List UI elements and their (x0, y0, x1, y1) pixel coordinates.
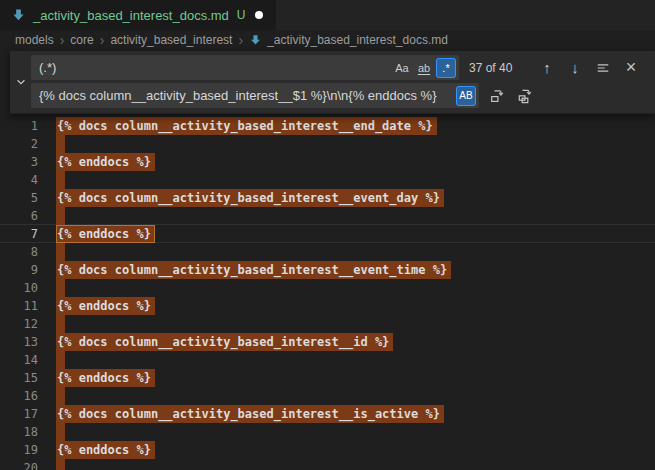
find-match: {% docs column__activity_based_interest_… (56, 189, 444, 207)
line-content[interactable]: {% enddocs %} (56, 369, 155, 387)
empty-match-highlight (56, 387, 65, 405)
editor-line[interactable]: 10 (0, 279, 655, 297)
empty-match-highlight (56, 459, 65, 470)
editor-line[interactable]: 16 (0, 387, 655, 405)
line-content[interactable] (56, 387, 65, 405)
editor-line[interactable]: 8 (0, 243, 655, 261)
breadcrumb-item-file[interactable]: _activity_based_interest_docs.md (249, 33, 448, 47)
line-content[interactable]: {% enddocs %} (56, 153, 155, 171)
line-content[interactable]: {% docs column__activity_based_interest_… (56, 333, 393, 351)
find-match: {% docs column__activity_based_interest_… (56, 261, 451, 279)
empty-match-highlight (56, 351, 65, 369)
replace-button[interactable] (487, 86, 507, 106)
line-content[interactable]: {% docs column__activity_based_interest_… (56, 117, 437, 135)
find-match: {% enddocs %} (56, 441, 155, 459)
breadcrumb-item-activity-based-interest[interactable]: activity_based_interest (110, 33, 232, 47)
editor-line[interactable]: 20 (0, 459, 655, 470)
editor-line[interactable]: 3{% enddocs %} (0, 153, 655, 171)
editor-line[interactable]: 19{% enddocs %} (0, 441, 655, 459)
find-match: {% enddocs %} (56, 297, 155, 315)
empty-match-highlight (56, 243, 65, 261)
empty-match-highlight (56, 135, 65, 153)
line-content[interactable] (56, 279, 65, 297)
line-content[interactable]: {% enddocs %} (56, 225, 155, 243)
find-input[interactable]: (.*) Aa ab .* (31, 55, 459, 80)
breadcrumb-separator: › (100, 34, 105, 46)
editor-line[interactable]: 4 (0, 171, 655, 189)
line-number: 3 (0, 153, 38, 171)
preserve-case-toggle[interactable]: AB (456, 86, 476, 106)
line-content[interactable]: {% docs column__activity_based_interest_… (56, 261, 451, 279)
line-content[interactable] (56, 423, 65, 441)
editor-line[interactable]: 7{% enddocs %} (0, 225, 655, 243)
line-content[interactable] (56, 171, 65, 189)
line-content[interactable] (56, 459, 65, 470)
find-match: {% docs column__activity_based_interest_… (56, 333, 393, 351)
replace-value-text[interactable]: {% docs column__activity_based_interest_… (39, 88, 454, 103)
line-content[interactable] (56, 351, 65, 369)
line-content[interactable]: {% enddocs %} (56, 297, 155, 315)
editor-line[interactable]: 1{% docs column__activity_based_interest… (0, 117, 655, 135)
editor-line[interactable]: 11{% enddocs %} (0, 297, 655, 315)
editor-line[interactable]: 6 (0, 207, 655, 225)
editor-line[interactable]: 12 (0, 315, 655, 333)
find-in-selection-button[interactable] (595, 59, 611, 77)
breadcrumb-item-models[interactable]: models (15, 33, 54, 47)
modified-indicator-dot[interactable] (255, 11, 263, 19)
find-replace-widget: (.*) Aa ab .* 37 of 40 ↑ ↓ × (10, 51, 655, 114)
line-content[interactable] (56, 315, 65, 333)
line-number: 8 (0, 243, 38, 261)
next-match-button[interactable]: ↓ (567, 59, 583, 77)
editor-lines: 1{% docs column__activity_based_interest… (0, 117, 655, 470)
line-number: 2 (0, 135, 38, 153)
line-content[interactable]: {% docs column__activity_based_interest_… (56, 189, 444, 207)
editor-line[interactable]: 2 (0, 135, 655, 153)
editor-line[interactable]: 18 (0, 423, 655, 441)
find-in-selection-icon (596, 61, 610, 75)
whole-word-toggle[interactable]: ab (414, 58, 434, 78)
find-match: {% enddocs %} (56, 153, 155, 171)
vscode-window: _activity_based_interest_docs.md U model… (0, 0, 655, 470)
line-number: 15 (0, 369, 38, 387)
tab-active[interactable]: _activity_based_interest_docs.md U (0, 0, 276, 30)
find-match: {% docs column__activity_based_interest_… (56, 405, 444, 423)
line-number: 14 (0, 351, 38, 369)
replace-icon (489, 88, 505, 104)
line-number: 12 (0, 315, 38, 333)
line-content[interactable] (56, 243, 65, 261)
find-row: (.*) Aa ab .* 37 of 40 ↑ ↓ × (31, 55, 647, 80)
find-query-text[interactable]: (.*) (39, 60, 390, 75)
chevron-down-icon (15, 76, 27, 88)
line-content[interactable]: {% enddocs %} (56, 441, 155, 459)
line-number: 18 (0, 423, 38, 441)
previous-match-button[interactable]: ↑ (539, 59, 555, 77)
editor-line[interactable]: 5{% docs column__activity_based_interest… (0, 189, 655, 207)
replace-row: {% docs column__activity_based_interest_… (31, 83, 647, 108)
editor-line[interactable]: 9{% docs column__activity_based_interest… (0, 261, 655, 279)
line-number: 19 (0, 441, 38, 459)
toggle-replace-chevron[interactable] (10, 55, 31, 108)
find-widget-rows: (.*) Aa ab .* 37 of 40 ↑ ↓ × (31, 55, 647, 108)
match-count: 37 of 40 (469, 61, 512, 75)
line-content[interactable] (56, 135, 65, 153)
line-number: 11 (0, 297, 38, 315)
breadcrumb-item-core[interactable]: core (70, 33, 93, 47)
line-content[interactable] (56, 207, 65, 225)
line-number: 17 (0, 405, 38, 423)
editor-line[interactable]: 17{% docs column__activity_based_interes… (0, 405, 655, 423)
close-icon[interactable]: × (623, 59, 639, 77)
replace-all-button[interactable] (515, 86, 535, 106)
line-number: 4 (0, 171, 38, 189)
match-case-toggle[interactable]: Aa (392, 58, 412, 78)
line-number: 13 (0, 333, 38, 351)
tab-filename: _activity_based_interest_docs.md (33, 8, 229, 23)
replace-input[interactable]: {% docs column__activity_based_interest_… (31, 83, 479, 108)
line-number: 6 (0, 207, 38, 225)
editor-line[interactable]: 13{% docs column__activity_based_interes… (0, 333, 655, 351)
empty-match-highlight (56, 207, 65, 225)
line-number: 9 (0, 261, 38, 279)
line-content[interactable]: {% docs column__activity_based_interest_… (56, 405, 444, 423)
regex-toggle[interactable]: .* (436, 58, 456, 78)
editor-line[interactable]: 15{% enddocs %} (0, 369, 655, 387)
editor-line[interactable]: 14 (0, 351, 655, 369)
